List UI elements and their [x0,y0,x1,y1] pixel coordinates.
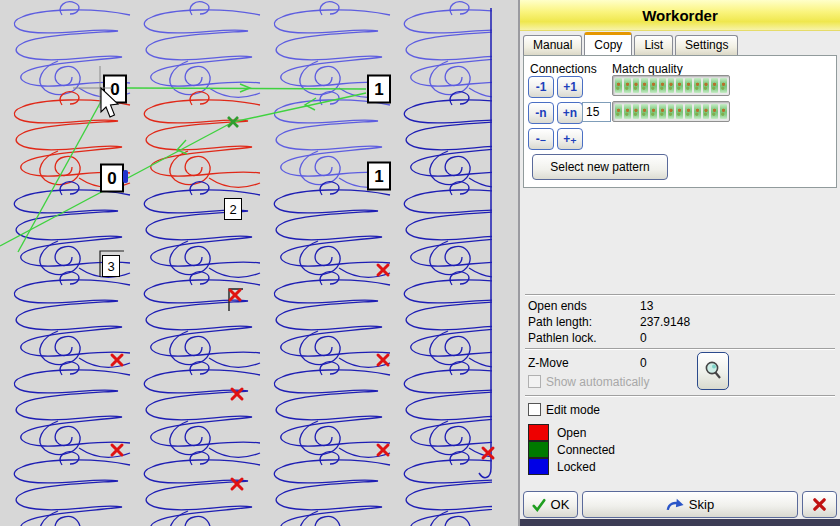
path-number-label[interactable]: 1 [368,163,390,190]
svg-text:3: 3 [107,259,114,274]
path-number-label[interactable]: 1 [368,76,390,103]
close-button[interactable] [802,491,837,518]
legend-open-swatch [528,424,549,441]
z-move-zoom-button[interactable] [697,352,729,390]
edit-mode-label: Edit mode [546,403,600,417]
quality-segment [720,104,727,119]
svg-text:0: 0 [107,169,116,188]
legend-locked-swatch [528,458,549,475]
quality-segment [615,78,622,93]
show-automatically-checkbox[interactable] [528,375,541,388]
quality-segment [703,78,710,93]
quality-segment [711,104,718,119]
connections-minus-n-button[interactable]: -n [528,102,554,124]
separator [525,294,835,296]
window-bottom-border [520,519,840,526]
panel-title: Workorder [520,0,840,31]
show-automatically-label: Show automatically [546,375,649,389]
close-x-icon [812,497,827,512]
workorder-panel: Workorder Manual Copy List Settings Conn… [520,0,840,526]
connections-plus-1-button[interactable]: +1 [557,76,583,98]
match-quality-bar-2 [612,101,730,122]
legend-locked-label: Locked [557,460,596,474]
connections-label: Connections [530,62,597,76]
z-move-label: Z-Move [528,356,569,370]
tab-copy[interactable]: Copy [584,32,632,55]
svg-text:1: 1 [374,80,383,99]
connection-point-marker [123,170,128,183]
tab-settings[interactable]: Settings [675,35,738,55]
path-number-label[interactable]: 0 [101,165,123,192]
quality-segment [624,104,631,119]
quality-segment [615,104,622,119]
match-quality-bar-1 [612,75,730,96]
ok-button-label: OK [551,497,570,512]
stat-pathlen-lock: Pathlen lock. 0 [528,331,832,345]
open-ends-label: Open ends [528,299,587,313]
connections-plus-plus-button[interactable]: +₊ [557,128,583,150]
legend-connected-swatch [528,441,549,458]
path-length-value: 237.9148 [640,315,690,329]
skip-button-label: Skip [689,497,714,512]
stat-path-length: Path length: 237.9148 [528,315,832,329]
quality-segment [633,104,640,119]
quality-segment [703,104,710,119]
pattern-canvas[interactable]: 010123 [0,0,518,526]
legend-connected-label: Connected [557,443,615,457]
quality-segment [650,104,657,119]
quality-segment [685,104,692,119]
quality-segment [633,78,640,93]
path-length-label: Path length: [528,315,592,329]
skip-arrow-icon [666,497,684,512]
ok-button[interactable]: OK [523,491,578,518]
open-ends-value: 13 [640,299,653,313]
connections-count-input[interactable] [582,102,611,122]
quality-segment [711,78,718,93]
path-number-label[interactable]: 3 [103,256,120,277]
svg-text:0: 0 [110,80,119,99]
quality-segment [668,104,675,119]
pathlen-lock-value: 0 [640,331,647,345]
quality-segment [641,78,648,93]
skip-button[interactable]: Skip [582,491,798,518]
quality-segment [685,78,692,93]
pathlen-lock-label: Pathlen lock. [528,331,597,345]
stat-open-ends: Open ends 13 [528,299,832,313]
edit-mode-checkbox[interactable] [528,403,541,416]
quality-segment [641,104,648,119]
quality-segment [694,104,701,119]
svg-text:1: 1 [374,167,383,186]
separator [525,348,835,350]
quality-segment [676,104,683,119]
copy-tab-page: Connections Match quality -1 +1 -n +n -₋… [523,55,837,188]
tab-manual[interactable]: Manual [523,35,582,55]
quality-segment [668,78,675,93]
separator [525,395,835,397]
quality-segment [659,78,666,93]
quality-segment [676,78,683,93]
z-move-value: 0 [640,356,647,370]
connections-minus-minus-button[interactable]: -₋ [528,128,554,150]
legend-open-label: Open [557,426,586,440]
tab-list[interactable]: List [634,35,673,55]
connections-minus-1-button[interactable]: -1 [528,76,554,98]
check-icon [532,498,546,512]
quality-segment [624,78,631,93]
path-number-label[interactable]: 2 [225,199,242,220]
pattern-canvas-area[interactable]: 010123 [0,0,520,526]
select-new-pattern-button[interactable]: Select new pattern [532,154,668,180]
quality-segment [659,104,666,119]
quality-segment [650,78,657,93]
tab-bar: Manual Copy List Settings [523,32,837,55]
connections-plus-n-button[interactable]: +n [557,102,583,124]
quality-segment [694,78,701,93]
magnifier-icon [703,360,723,382]
match-quality-label: Match quality [612,62,683,76]
quality-segment [720,78,727,93]
workorder-app: 010123 Workorder Manual Copy List Settin… [0,0,840,526]
svg-text:2: 2 [229,202,236,217]
